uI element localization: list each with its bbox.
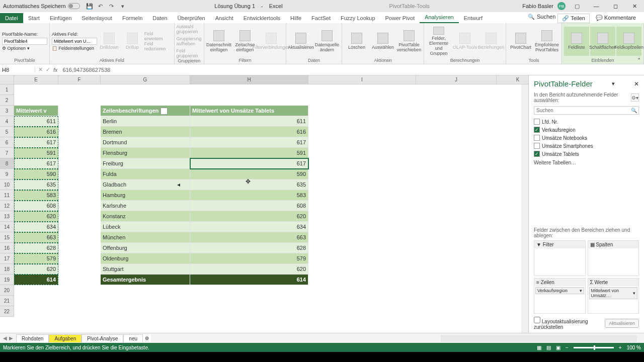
cell[interactable]: 590 — [14, 169, 58, 179]
cell[interactable]: 579 — [190, 253, 308, 264]
cell[interactable]: München — [101, 232, 190, 243]
sheet-tab[interactable]: Pivot-Analyse — [82, 334, 123, 342]
view-break-icon[interactable]: ▣ — [556, 345, 560, 350]
row-header[interactable]: 6 — [0, 137, 14, 148]
sheet-tab[interactable]: neu — [123, 334, 143, 342]
tab-start[interactable]: Start — [23, 13, 45, 23]
zone-filter[interactable]: ▼ Filter — [534, 240, 586, 276]
zone-rows[interactable]: ≡ ZeilenVerkaufsregion▾ — [534, 278, 586, 314]
close-icon[interactable]: ✕ — [627, 1, 642, 11]
col-header[interactable]: I — [308, 75, 416, 84]
cell[interactable]: 590 — [190, 169, 308, 179]
pv-name-input[interactable] — [2, 38, 47, 45]
cancel-icon[interactable]: ✕ — [38, 66, 43, 73]
field-item[interactable]: Umsätze Smartphones — [534, 142, 639, 150]
col-header[interactable]: G — [101, 75, 190, 84]
cell[interactable]: 583 — [190, 190, 308, 201]
row-header[interactable]: 22 — [0, 306, 14, 317]
cell[interactable]: Bremen — [101, 127, 190, 137]
row-header[interactable]: 3 — [0, 106, 14, 116]
cell[interactable]: Dortmund — [101, 137, 190, 148]
row-header[interactable]: 18 — [0, 264, 14, 275]
tab-entwicklertools[interactable]: Entwicklertools — [238, 13, 285, 23]
zone-values[interactable]: Σ WerteMittelwert von Umsätz…▾ — [588, 278, 639, 314]
zoom-level[interactable]: 100 % — [627, 345, 641, 350]
zoom-in-icon[interactable]: + — [619, 345, 622, 350]
tab-überprüfen[interactable]: Überprüfen — [173, 13, 210, 23]
cell[interactable]: Oldenburg — [101, 253, 190, 264]
field-search-input[interactable] — [534, 106, 639, 115]
cell[interactable]: 628 — [190, 243, 308, 253]
cell[interactable]: 663 — [190, 232, 308, 243]
sheet-prev-icon[interactable]: ◀ — [3, 335, 7, 341]
fields-button[interactable]: Felder, Elemente und Gruppen — [426, 27, 451, 56]
update-button[interactable]: Aktualisieren — [605, 319, 639, 328]
cell[interactable]: Mittelwert v — [14, 106, 58, 116]
select-button[interactable]: Auswählen — [370, 27, 395, 56]
cell[interactable]: 620 — [190, 264, 308, 275]
val-pill[interactable]: Mittelwert von Umsätz…▾ — [589, 287, 638, 299]
row-header[interactable]: 11 — [0, 190, 14, 201]
cell[interactable]: 620 — [14, 211, 58, 222]
field-item[interactable]: ✓Verkaufsregion — [534, 126, 639, 134]
cell[interactable]: 614 — [190, 275, 308, 285]
recommend-button[interactable]: Empfohlene PivotTables — [534, 27, 559, 56]
cell[interactable]: 628 — [14, 243, 58, 253]
cell[interactable]: Gesamtergebnis — [101, 275, 190, 285]
filter-dropdown-icon[interactable] — [160, 108, 168, 115]
tab-formeln[interactable]: Formeln — [117, 13, 147, 23]
checkbox-icon[interactable] — [534, 119, 540, 125]
undo-icon[interactable]: ↶ — [97, 3, 104, 10]
row-header[interactable]: 7 — [0, 148, 14, 158]
row-header[interactable]: 8 — [0, 158, 14, 169]
defer-checkbox[interactable]: Layoutaktualisierung zurückstellen — [534, 317, 605, 330]
col-header[interactable]: H — [190, 75, 308, 84]
tab-analysieren[interactable]: Analysieren — [420, 12, 458, 23]
autosave-toggle[interactable] — [68, 3, 80, 9]
sheet-next-icon[interactable]: ▶ — [9, 335, 13, 341]
confirm-icon[interactable]: ✓ — [46, 66, 50, 73]
sheet-tab[interactable]: Aufgaben — [49, 334, 82, 342]
checkbox-icon[interactable] — [534, 135, 540, 141]
tab-entwurf[interactable]: Entwurf — [459, 13, 488, 23]
vertical-scrollbar[interactable] — [521, 84, 528, 333]
col-header[interactable]: J — [416, 75, 497, 84]
tab-power pivot[interactable]: Power Pivot — [380, 13, 420, 23]
cell[interactable]: 620 — [190, 211, 308, 222]
cell[interactable]: 635 — [190, 179, 308, 190]
sheet-tab[interactable]: Rohdaten — [16, 334, 49, 342]
pv-options-button[interactable]: ⚙ Optionen ▾ — [2, 46, 47, 51]
redo-icon[interactable]: ↷ — [108, 3, 115, 10]
slicer-button[interactable]: Datenschnitt einfügen — [206, 27, 231, 56]
cell[interactable]: Freiburg — [101, 158, 190, 169]
cell[interactable]: Berlin — [101, 116, 190, 127]
fieldlist-button[interactable]: Feldliste — [564, 27, 589, 56]
cell[interactable]: Zeilenbeschriftungen — [101, 106, 190, 116]
zone-columns[interactable]: ▦ Spalten — [588, 240, 639, 276]
field-settings-button[interactable]: 📋 Feldeinstellungen — [52, 46, 97, 51]
cell[interactable]: 617 — [14, 137, 58, 148]
cell[interactable]: Karlsruhe — [101, 201, 190, 211]
search-label[interactable]: Suchen — [537, 14, 555, 23]
minimize-icon[interactable]: — — [589, 1, 604, 11]
search-icon[interactable]: 🔍 — [528, 14, 535, 23]
cell[interactable]: Flensburg — [101, 148, 190, 158]
ribbon-mode-icon[interactable]: ▢ — [570, 1, 585, 11]
row-header[interactable]: 9 — [0, 169, 14, 179]
field-item[interactable]: ✓Umsätze Tablets — [534, 150, 639, 158]
cell[interactable]: 635 — [14, 179, 58, 190]
move-button[interactable]: PivotTable verschieben — [396, 27, 422, 56]
cell[interactable]: 608 — [14, 201, 58, 211]
cell[interactable]: Offenburg — [101, 243, 190, 253]
cell[interactable]: Gladbach — [101, 179, 190, 190]
cell[interactable]: 591 — [190, 148, 308, 158]
save-icon[interactable]: 💾 — [86, 3, 93, 10]
col-header[interactable]: K — [497, 75, 528, 84]
worksheet[interactable]: EFGHIJK 12345678910111213141516171819202… — [0, 75, 528, 333]
cell[interactable]: 634 — [190, 222, 308, 232]
tab-fuzzy lookup[interactable]: Fuzzy Lookup — [336, 13, 380, 23]
qat-more-icon[interactable]: ▾ — [119, 3, 126, 10]
field-item[interactable]: Umsätze Notebooks — [534, 134, 639, 142]
checkbox-icon[interactable]: ✓ — [534, 127, 540, 133]
cell[interactable]: 620 — [14, 264, 58, 275]
